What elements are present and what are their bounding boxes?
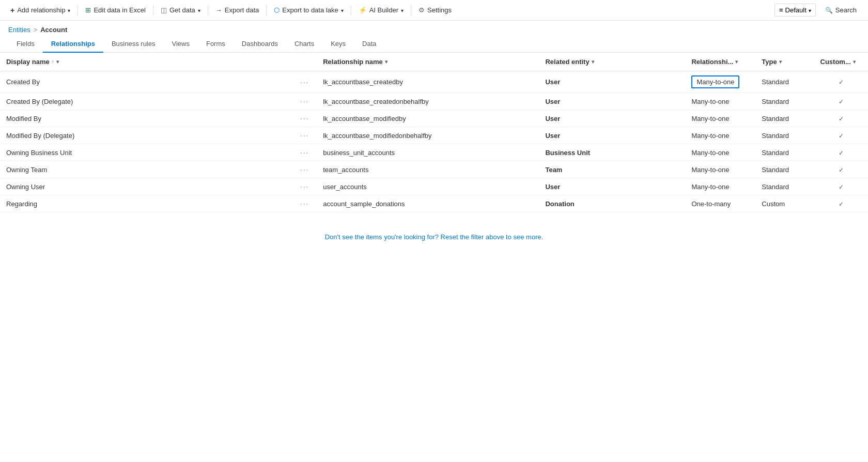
cell-more-options[interactable]: ··· bbox=[292, 195, 317, 212]
table-row[interactable]: Owning Team···team_accountsTeamMany-to-o… bbox=[0, 161, 868, 178]
plus-icon bbox=[10, 6, 14, 14]
col-header-custom[interactable]: Custom... ▾ bbox=[814, 53, 868, 71]
col-header-more bbox=[292, 53, 317, 71]
toolbar: Add relationship Edit data in Excel Get … bbox=[0, 0, 868, 21]
tab-keys[interactable]: Keys bbox=[322, 36, 354, 53]
ai-builder-button[interactable]: AI Builder bbox=[354, 4, 408, 16]
cell-type: Standard bbox=[755, 178, 814, 195]
cell-display-name: Regarding bbox=[0, 195, 292, 212]
more-dots-icon[interactable]: ··· bbox=[300, 148, 309, 157]
data-icon bbox=[161, 6, 167, 14]
cell-custom: ✓ bbox=[814, 110, 868, 127]
default-button[interactable]: Default bbox=[774, 4, 816, 17]
cell-type: Standard bbox=[755, 110, 814, 127]
tab-fields[interactable]: Fields bbox=[8, 36, 43, 53]
cell-more-options[interactable]: ··· bbox=[292, 161, 317, 178]
more-dots-icon[interactable]: ··· bbox=[300, 199, 309, 208]
default-icon bbox=[779, 6, 783, 14]
more-dots-icon[interactable]: ··· bbox=[300, 97, 309, 105]
cell-more-options[interactable]: ··· bbox=[292, 144, 317, 161]
cell-display-name: Modified By (Delegate) bbox=[0, 127, 292, 144]
table-row[interactable]: Modified By (Delegate)···lk_accountbase_… bbox=[0, 127, 868, 144]
tab-dashboards[interactable]: Dashboards bbox=[234, 36, 286, 53]
more-dots-icon[interactable]: ··· bbox=[300, 182, 309, 191]
cell-relationship-name: lk_accountbase_modifiedonbehalfby bbox=[317, 127, 539, 144]
cell-more-options[interactable]: ··· bbox=[292, 71, 317, 93]
cell-more-options[interactable]: ··· bbox=[292, 110, 317, 127]
more-dots-icon[interactable]: ··· bbox=[300, 78, 309, 86]
toolbar-divider-2 bbox=[153, 5, 153, 16]
search-icon bbox=[825, 6, 833, 14]
empty-message: Don't see the items you're looking for? … bbox=[0, 212, 868, 261]
search-button[interactable]: Search bbox=[820, 4, 862, 16]
cell-type: Standard bbox=[755, 127, 814, 144]
highlighted-cell: Many-to-one bbox=[691, 75, 739, 88]
ai-builder-chevron-icon bbox=[401, 6, 404, 14]
toolbar-divider-3 bbox=[208, 5, 208, 16]
lake-icon bbox=[274, 6, 280, 14]
export-data-button[interactable]: Export data bbox=[211, 4, 264, 16]
tab-data[interactable]: Data bbox=[354, 36, 384, 53]
breadcrumb-current: Account bbox=[40, 26, 67, 34]
cell-custom: ✓ bbox=[814, 161, 868, 178]
cell-related-entity: User bbox=[539, 71, 685, 93]
ai-icon bbox=[359, 6, 367, 14]
toolbar-divider-4 bbox=[266, 5, 267, 16]
tab-business-rules[interactable]: Business rules bbox=[103, 36, 164, 53]
col-header-related-entity[interactable]: Related entity ▾ bbox=[539, 53, 685, 71]
cell-display-name: Created By (Delegate) bbox=[0, 93, 292, 110]
table-container: Display name ↑ ▾ Relationship name ▾ Rel… bbox=[0, 53, 868, 261]
cell-relationship-type: Many-to-one bbox=[685, 161, 755, 178]
checkmark-icon: ✓ bbox=[839, 115, 844, 122]
tab-views[interactable]: Views bbox=[163, 36, 197, 53]
table-row[interactable]: Owning User···user_accountsUserMany-to-o… bbox=[0, 178, 868, 195]
table-row[interactable]: Created By (Delegate)···lk_accountbase_c… bbox=[0, 93, 868, 110]
col-header-display-name[interactable]: Display name ↑ ▾ bbox=[0, 53, 292, 71]
related-entity-filter-icon: ▾ bbox=[592, 59, 594, 65]
cell-related-entity: Business Unit bbox=[539, 144, 685, 161]
cell-custom: ✓ bbox=[814, 71, 868, 93]
default-label: Default bbox=[785, 6, 807, 14]
cell-display-name: Owning User bbox=[0, 178, 292, 195]
cell-relationship-type: Many-to-one bbox=[685, 127, 755, 144]
cell-custom: ✓ bbox=[814, 93, 868, 110]
cell-relationship-name: business_unit_accounts bbox=[317, 144, 539, 161]
gear-icon bbox=[419, 6, 425, 14]
tab-forms[interactable]: Forms bbox=[198, 36, 234, 53]
tab-relationships[interactable]: Relationships bbox=[43, 36, 103, 53]
default-chevron-icon bbox=[809, 6, 811, 14]
checkmark-icon: ✓ bbox=[839, 166, 844, 174]
cell-related-entity: User bbox=[539, 110, 685, 127]
checkmark-icon: ✓ bbox=[839, 132, 844, 140]
more-dots-icon[interactable]: ··· bbox=[300, 114, 309, 122]
table-row[interactable]: Regarding···account_sample_donationsDona… bbox=[0, 195, 868, 212]
tab-charts[interactable]: Charts bbox=[286, 36, 322, 53]
breadcrumb-entities-link[interactable]: Entities bbox=[8, 26, 30, 34]
display-name-filter-icon: ▾ bbox=[56, 59, 59, 65]
export-lake-button[interactable]: Export to data lake bbox=[270, 4, 347, 16]
col-header-type[interactable]: Type ▾ bbox=[755, 53, 814, 71]
cell-relationship-type: Many-to-one bbox=[685, 71, 755, 93]
col-header-relationship-type[interactable]: Relationshi... ▾ bbox=[685, 53, 755, 71]
get-data-label: Get data bbox=[169, 6, 195, 14]
relationships-table: Display name ↑ ▾ Relationship name ▾ Rel… bbox=[0, 53, 868, 212]
cell-more-options[interactable]: ··· bbox=[292, 93, 317, 110]
cell-related-entity: User bbox=[539, 93, 685, 110]
more-dots-icon[interactable]: ··· bbox=[300, 131, 309, 140]
cell-display-name: Owning Team bbox=[0, 161, 292, 178]
add-relationship-button[interactable]: Add relationship bbox=[6, 4, 74, 17]
table-row[interactable]: Created By···lk_accountbase_createdbyUse… bbox=[0, 71, 868, 93]
more-dots-icon[interactable]: ··· bbox=[300, 165, 309, 174]
toolbar-divider-1 bbox=[78, 5, 78, 16]
table-row[interactable]: Modified By···lk_accountbase_modifiedbyU… bbox=[0, 110, 868, 127]
cell-custom: ✓ bbox=[814, 127, 868, 144]
edit-excel-button[interactable]: Edit data in Excel bbox=[81, 4, 149, 16]
checkmark-icon: ✓ bbox=[839, 201, 844, 208]
settings-button[interactable]: Settings bbox=[414, 4, 456, 16]
col-header-relationship-name[interactable]: Relationship name ▾ bbox=[317, 53, 539, 71]
cell-related-entity: User bbox=[539, 127, 685, 144]
get-data-button[interactable]: Get data bbox=[157, 4, 205, 16]
cell-more-options[interactable]: ··· bbox=[292, 178, 317, 195]
table-row[interactable]: Owning Business Unit···business_unit_acc… bbox=[0, 144, 868, 161]
cell-more-options[interactable]: ··· bbox=[292, 127, 317, 144]
